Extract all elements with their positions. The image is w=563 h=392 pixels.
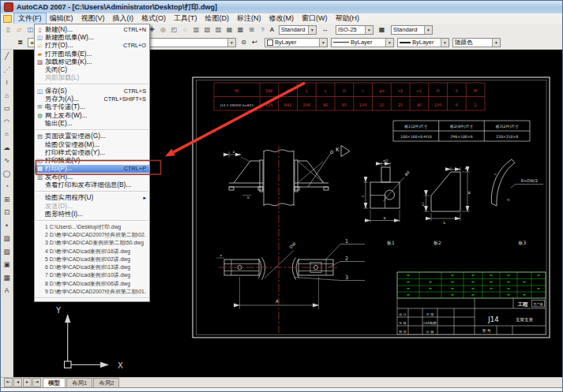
file-menu-item[interactable]: ▱打开(O)...CTRL+O bbox=[35, 42, 149, 50]
dim-style-dropdown[interactable]: ISO-25 ▾ bbox=[336, 25, 373, 35]
file-menu-recent-item[interactable]: 9 D:\教学\CAD\CAD2007经典班第二期\01.dwg bbox=[35, 288, 149, 296]
layer-properties-icon[interactable]: ≣ bbox=[15, 37, 25, 47]
file-menu-item[interactable]: ◫新建图纸集(W)... bbox=[35, 33, 149, 41]
gradient-icon[interactable]: ▧ bbox=[1, 245, 13, 259]
file-menu-item-print[interactable]: ▦打印(P)...CTRL+P bbox=[35, 165, 149, 173]
file-menu-item[interactable]: 输出(E)... bbox=[35, 119, 149, 127]
quickcalc-icon[interactable]: ⊞ bbox=[246, 24, 257, 35]
title-bar[interactable]: AutoCAD 2007 - [C:\Users\Administrator\D… bbox=[1, 1, 562, 13]
file-menu-item[interactable]: ✉电子传递(T)... bbox=[35, 103, 149, 111]
file-menu-item[interactable]: ◫保存(S)CTRL+S bbox=[35, 87, 149, 95]
dropdown-arrow-icon[interactable]: ▾ bbox=[424, 26, 432, 34]
linetype-dropdown[interactable]: ByLayer ▾ bbox=[331, 38, 394, 47]
dropdown-arrow-icon[interactable]: ▾ bbox=[492, 39, 500, 47]
file-menu-item[interactable]: 绘图仪管理器(M)... bbox=[35, 140, 149, 148]
first-tab-icon[interactable]: ⇤ bbox=[4, 378, 13, 387]
rectangle-icon[interactable]: ▭ bbox=[1, 102, 13, 115]
open-icon[interactable]: ▱ bbox=[14, 24, 24, 35]
file-menu-item[interactable]: 关闭(C) bbox=[35, 65, 149, 73]
region-icon[interactable]: ▣ bbox=[1, 258, 13, 271]
construction-line-icon[interactable]: ⋰ bbox=[1, 63, 13, 77]
menubar-item-4[interactable]: 格式(O) bbox=[137, 13, 170, 24]
polygon-icon[interactable]: ⌂ bbox=[1, 89, 13, 103]
make-layer-current-icon[interactable]: ⊙ bbox=[238, 37, 249, 47]
plot-style-dropdown[interactable]: 随颜色 ▾ bbox=[452, 38, 501, 47]
make-block-icon[interactable]: ⊡ bbox=[1, 206, 13, 219]
last-tab-icon[interactable]: ⇥ bbox=[32, 378, 41, 387]
menubar-item-2[interactable]: 视图(V) bbox=[77, 13, 109, 24]
revision-cloud-icon[interactable]: ☁ bbox=[1, 141, 13, 155]
file-menu-item[interactable]: 绘图实用程序(U)▸ bbox=[35, 194, 149, 202]
menubar-item-5[interactable]: 工具(T) bbox=[170, 13, 201, 24]
file-menu-item[interactable]: 打印样式管理器(Y)... bbox=[35, 148, 149, 156]
file-menu-recent-item[interactable]: 3 D:\教学\CAD\CAD案例班第二期\50.dwg bbox=[35, 239, 149, 247]
line-icon[interactable]: ╱ bbox=[1, 50, 13, 63]
properties-icon[interactable]: ▥ bbox=[191, 24, 201, 35]
point-icon[interactable]: • bbox=[1, 219, 13, 233]
table-cell-text: 设 计 bbox=[399, 312, 406, 316]
file-menu-item[interactable]: ▰打开图纸集(E)... bbox=[35, 50, 149, 58]
menubar-item-6[interactable]: 绘图(D) bbox=[201, 13, 234, 24]
zoom-previous-icon[interactable]: ◌ bbox=[180, 24, 190, 35]
layer-previous-icon[interactable]: ↩ bbox=[250, 37, 260, 47]
markup-manager-icon[interactable]: ▩ bbox=[235, 24, 246, 35]
layout-tab-布局1[interactable]: 布局1 bbox=[66, 378, 92, 387]
circle-icon[interactable]: ○ bbox=[1, 128, 13, 141]
arc-icon[interactable]: ◠ bbox=[1, 115, 13, 129]
file-menu-item[interactable]: ▤页面设置管理器(G)... bbox=[35, 133, 149, 140]
layout-tab-布局2[interactable]: 布局2 bbox=[93, 378, 119, 387]
mtext-icon[interactable]: A bbox=[1, 284, 13, 297]
file-menu-recent-item[interactable]: 6 D:\教学\CAD\cad案例班\13讲.dwg bbox=[35, 263, 149, 271]
zoom-realtime-icon[interactable]: ◎ bbox=[158, 24, 168, 35]
file-menu-recent-item[interactable]: 4 D:\教学\CAD\cad案例班\16讲.dwg bbox=[35, 247, 149, 255]
file-menu-item[interactable]: ▨加载标记集(K)... bbox=[35, 58, 149, 65]
dropdown-arrow-icon[interactable]: ▾ bbox=[308, 26, 316, 34]
file-menu-recent-item[interactable]: 7 D:\教学\CAD\cad案例班\10讲.dwg bbox=[35, 271, 149, 279]
tool-palettes-icon[interactable]: ▨ bbox=[213, 24, 223, 35]
prev-tab-icon[interactable]: ◂ bbox=[13, 378, 22, 387]
file-menu-item[interactable]: 另存为(A)...CTRL+SHIFT+S bbox=[35, 95, 149, 103]
file-menu-item[interactable]: ▥发布(H)... bbox=[35, 173, 149, 181]
table-icon[interactable]: ▦ bbox=[1, 271, 13, 285]
hatch-icon[interactable]: ▨ bbox=[1, 232, 13, 245]
file-menu-item[interactable]: ◱打印预览(V) bbox=[35, 156, 149, 164]
file-menu-recent-item[interactable]: 2 D:\教学\CAD\CAD2007经典班第二期\02.dwg bbox=[35, 231, 149, 239]
command-line[interactable] bbox=[1, 387, 563, 392]
color-dropdown[interactable]: ByLayer ▾ bbox=[265, 38, 328, 47]
dropdown-arrow-icon[interactable]: ▾ bbox=[385, 39, 393, 47]
menubar-item-10[interactable]: 帮助(H) bbox=[332, 13, 364, 24]
insert-block-icon[interactable]: ⊞ bbox=[1, 193, 13, 207]
menubar-item-1[interactable]: 编辑(E) bbox=[46, 13, 77, 24]
menubar-item-8[interactable]: 修改(M) bbox=[265, 13, 298, 24]
dropdown-arrow-icon[interactable]: ▾ bbox=[227, 39, 235, 47]
menubar-item-0[interactable]: 文件(F) bbox=[14, 13, 46, 24]
qnew-icon[interactable]: ▯ bbox=[3, 24, 13, 35]
dim-label: a bbox=[220, 253, 223, 257]
dropdown-arrow-icon[interactable]: ▾ bbox=[441, 39, 449, 47]
ellipse-arc-icon[interactable]: ◔ bbox=[1, 180, 13, 193]
ellipse-icon[interactable]: ◯ bbox=[1, 167, 13, 181]
file-menu-item[interactable]: 退出(X)CTRL+Q bbox=[35, 301, 149, 302]
file-menu-item[interactable]: 查看打印和发布详细信息(B)... bbox=[35, 181, 149, 189]
spline-icon[interactable]: ∿ bbox=[1, 154, 13, 167]
sheetset-manager-icon[interactable]: ▦ bbox=[224, 24, 235, 35]
file-menu-item[interactable]: ◍网上发布(W)... bbox=[35, 111, 149, 119]
file-menu-item[interactable]: ▯新建(N)...CTRL+N bbox=[35, 25, 149, 33]
lineweight-dropdown[interactable]: ByLayer ▾ bbox=[397, 38, 449, 47]
designcenter-icon[interactable]: ▧ bbox=[202, 24, 212, 35]
file-menu-item[interactable]: 图形特性(I)... bbox=[35, 210, 149, 218]
next-tab-icon[interactable]: ▸ bbox=[23, 378, 32, 387]
file-menu-recent-item[interactable]: 5 D:\教学\CAD\cad案例班\02讲.dwg bbox=[35, 256, 149, 263]
menubar-item-7[interactable]: 标注(N) bbox=[233, 13, 265, 24]
polyline-icon[interactable]: ≀ bbox=[1, 76, 13, 89]
file-menu-recent-item[interactable]: 8 D:\教学\CAD\cad案例班\06讲.dwg bbox=[35, 280, 149, 288]
dropdown-arrow-icon[interactable]: ▾ bbox=[319, 39, 327, 47]
text-style-dropdown[interactable]: Standard ▾ bbox=[279, 25, 317, 35]
file-menu-recent-item[interactable]: 1 C:\Users\...\Desktop\打印.dwg bbox=[35, 223, 149, 231]
zoom-window-icon[interactable]: ◰ bbox=[169, 24, 179, 35]
dropdown-arrow-icon[interactable]: ▾ bbox=[365, 26, 373, 34]
menubar-item-3[interactable]: 插入(I) bbox=[109, 13, 138, 24]
table-style-dropdown[interactable]: Standard ▾ bbox=[391, 25, 433, 35]
menubar-item-9[interactable]: 窗口(W) bbox=[298, 13, 332, 24]
layout-tab-模型[interactable]: 模型 bbox=[43, 378, 66, 387]
